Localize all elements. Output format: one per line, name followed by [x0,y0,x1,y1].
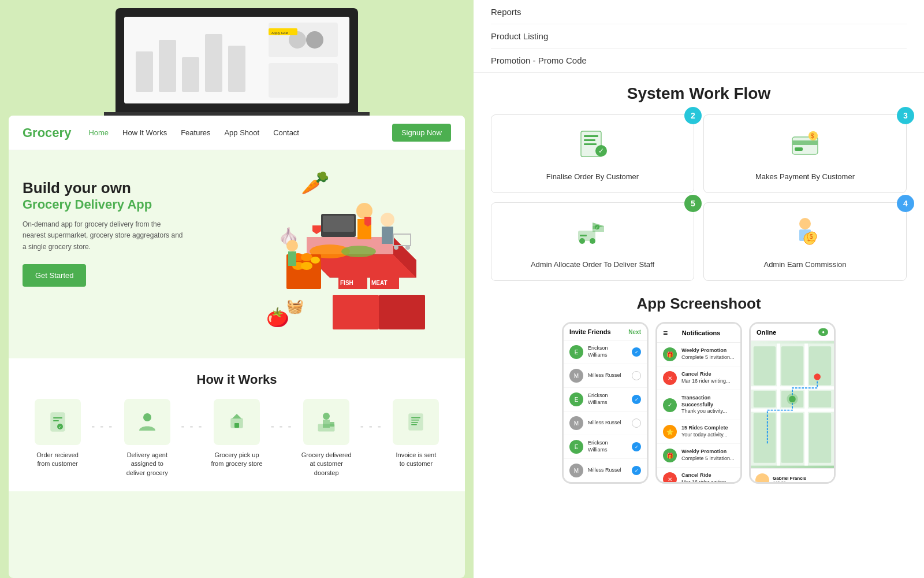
nav-links: Home How It Works Features App Shoot Con… [88,128,375,137]
steps-container: ✓ Order recievedfrom customer - - - Deli… [23,399,451,477]
list-item: M Milless Russel [564,364,647,388]
list-item: M Milless Russel [564,412,647,435]
list-item: E Erickson Williams ✓ [564,340,647,364]
contact-avatar: M [569,369,583,383]
phone-map: Online ● [749,322,836,484]
svg-point-23 [341,246,376,257]
laptop-area: Apply Gold [0,0,474,116]
notif-text: 15 Rides Complete Your today activity... [681,425,728,438]
svg-point-37 [301,253,312,261]
phone-2-header: ≡ Notifications [657,324,740,343]
how-it-works-title: How it Works [23,372,451,387]
step-5-icon [393,399,439,445]
nav-link-features[interactable]: Features [181,128,210,137]
svg-point-104 [787,394,798,405]
svg-rect-63 [411,424,417,425]
menu-item-promo[interactable]: Promotion - Promo Code [491,49,907,72]
how-it-works-section: How it Works ✓ Order recievedfrom custom… [9,358,465,491]
contact-uncheck [632,418,641,428]
menu-item-product-listing[interactable]: Product Listing [491,24,907,49]
step-1-icon: ✓ [35,399,81,445]
nav-link-home[interactable]: Home [88,128,109,137]
svg-point-76 [579,238,585,244]
svg-rect-60 [411,417,420,418]
phone-2-title: Notifications [682,329,721,336]
workflow-icon-2: ✓ [575,127,610,166]
nav-link-contact[interactable]: Contact [273,128,299,137]
workflow-label-5: Admin Allocate Order To Deliver Staff [531,260,654,269]
svg-rect-65 [584,135,598,137]
notif-item: ✕ Cancel Ride Mar 16 rider writing... [657,366,740,390]
svg-point-31 [394,245,398,250]
svg-rect-67 [584,143,597,145]
svg-marker-53 [232,414,241,418]
right-content: System Work Flow 2 ✓ Finalise Order By C… [474,73,924,578]
phone-notifications: ≡ Notifications 🎁 Weekly Promotion Compl… [655,322,742,484]
grocery-card: Grocery Home How It Works Features App S… [9,116,465,578]
notif-item: ✓ Transaction Successfully Thank you act… [657,390,740,420]
step-5-label: Invoice is sentto customer [396,451,437,469]
workflow-icon-3: $ [788,127,822,166]
svg-rect-7 [269,63,338,98]
notif-item: 🎁 Weekly Promotion Complete 5 invitation… [657,444,740,468]
connector-3: - - - [271,399,293,477]
svg-rect-1 [136,51,153,92]
svg-point-105 [814,373,821,380]
phone-1-title: Invite Friends [569,328,611,335]
navbar: Grocery Home How It Works Features App S… [9,116,465,150]
workflow-step-4: 4 $$ Admin Earn Commission [703,202,907,281]
notif-icon: ⭐ [663,425,677,439]
svg-rect-95 [781,346,803,385]
workflow-label-3: Makes Payment By Customer [755,172,855,181]
contact-check: ✓ [632,347,641,357]
hero-image: 🥕 🧄 🍅 FISH MEAT [232,162,451,347]
online-toggle[interactable]: ● [818,328,828,336]
step-1: ✓ Order recievedfrom customer [28,399,87,477]
contact-name: Erickson Williams [588,392,627,406]
list-item: E Erickson Williams ✓ [564,435,647,459]
phone-1-list: E Erickson Williams ✓ M Milless Russel E… [564,340,647,482]
svg-point-39 [301,262,312,270]
workflow-icon-4: $$ [788,214,822,254]
svg-rect-72 [795,147,803,151]
svg-text:🍅: 🍅 [266,306,289,328]
app-screenshot-title: App Screenshoot [491,295,907,313]
contact-check: ✓ [632,466,641,475]
workflow-step-5: 5 ✓ Admin Allocate Order To Deliver Staf… [491,202,694,281]
svg-point-44 [286,240,298,251]
svg-text:MEAT: MEAT [371,280,388,286]
svg-rect-78 [580,235,587,236]
nav-link-appshoot[interactable]: App Shoot [224,128,259,137]
list-item: M Milless Russel ✓ [564,459,647,482]
hero-title-line1: Build your own [23,179,232,197]
svg-rect-94 [754,346,776,385]
svg-rect-5 [228,46,245,92]
svg-text:$: $ [810,234,813,240]
svg-rect-29 [382,227,393,244]
svg-rect-4 [205,34,222,92]
svg-rect-100 [754,413,776,462]
top-menu: Reports Product Listing Promotion - Prom… [474,0,924,73]
step-1-label: Order recievedfrom customer [36,451,79,469]
brand-logo: Grocery [23,125,71,140]
get-started-button[interactable]: Get Started [23,264,86,287]
svg-rect-62 [411,422,418,423]
menu-item-reports[interactable]: Reports [491,0,907,24]
contact-avatar: M [569,464,583,477]
workflow-step-3: 3 $ Makes Payment By Customer [703,114,907,193]
notif-item: ⭐ 15 Rides Complete Your today activity.… [657,420,740,444]
nav-link-how[interactable]: How It Works [122,128,167,137]
svg-point-26 [356,203,372,219]
phone-invite-friends: Invite Friends Next E Erickson Williams … [562,322,649,484]
phone-1-action[interactable]: Next [628,329,641,335]
notif-text: Cancel Ride Mar 16 rider writing... [681,371,731,384]
signup-button[interactable]: Signup Now [392,124,451,142]
svg-point-83 [799,218,811,229]
svg-rect-3 [182,57,199,92]
connector-4: - - - [360,399,382,477]
contact-name: Erickson Williams [588,345,627,358]
svg-point-40 [311,257,320,264]
contact-avatar: E [569,345,583,359]
contact-name: Milless Russel [588,372,621,379]
left-panel: Apply Gold Grocery Home How It Works Fea… [0,0,474,578]
